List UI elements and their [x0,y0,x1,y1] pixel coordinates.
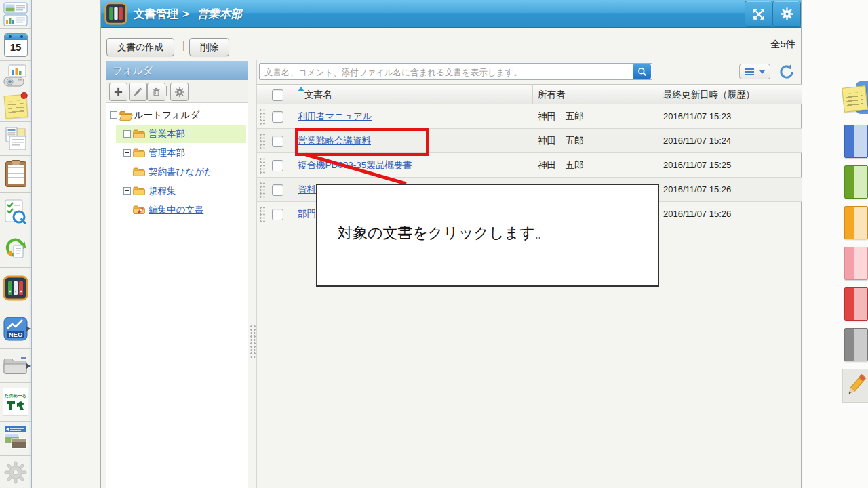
owner-cell: 神田 五郎 [538,159,584,171]
gear-icon [780,7,794,21]
orange-book-gadget-icon[interactable] [844,206,868,239]
refresh-button[interactable] [778,63,795,81]
document-link-annotated[interactable]: 営業戦略会議資料 [298,135,371,147]
expand-icon [751,7,766,22]
launcher-item-bulletin[interactable] [0,122,31,156]
tree-item-root[interactable]: ルートフォルダ [106,106,248,125]
settings-button[interactable] [772,1,801,27]
gray-book-gadget-icon[interactable] [844,328,868,361]
pencil-icon [133,87,143,97]
row-drag-handle[interactable] [257,104,267,128]
expand-expander-icon[interactable] [123,149,131,157]
folder-link[interactable]: 営業本部 [149,128,185,140]
screen: 15 [0,0,868,488]
folder-icon [133,167,145,177]
green-book-gadget-icon[interactable] [844,165,868,199]
tanomeru-label: たのめーる [5,393,26,399]
tree-item-contracts[interactable]: 契約書ひながた [106,163,248,182]
sticky-note-gadget-icon[interactable] [842,85,868,112]
updated-cell: 2016/11/07 15:24 [663,136,731,146]
folder-icon [133,129,145,139]
row-checkbox[interactable] [272,160,283,171]
folder-link[interactable]: 契約書ひながた [149,166,214,178]
updated-cell: 2016/11/07 15:23 [663,111,731,121]
create-document-button[interactable]: 文書の作成 [106,38,174,56]
tanomeru-figure [5,399,26,411]
row-drag-handle[interactable] [257,129,267,152]
row-checkbox[interactable] [272,111,283,123]
expand-expander-icon[interactable] [123,187,131,195]
delete-button[interactable]: 削除 [189,38,229,56]
launcher-item-search[interactable] [0,193,31,230]
owner-cell: 神田 五郎 [538,110,584,123]
blue-book-gadget-icon[interactable] [844,125,868,158]
add-folder-button[interactable] [109,83,127,101]
search-button[interactable] [633,64,651,79]
launcher-item-todo[interactable] [0,156,31,193]
trash-icon [151,87,161,97]
folder-link[interactable]: 規程集 [149,185,176,197]
tree-item-drafts[interactable]: 編集中の文書 [106,201,248,220]
row-drag-handle[interactable] [257,178,267,201]
row-checkbox[interactable] [272,184,283,196]
tree-item-label: ルートフォルダ [134,109,199,121]
launcher-item-photos[interactable] [0,422,31,456]
launcher-item-tanomeru[interactable]: たのめーる [0,383,31,422]
expand-window-button[interactable] [745,1,773,27]
document-management-app-icon [104,2,127,25]
select-all-checkbox[interactable] [272,89,283,101]
photos-icon [3,425,28,452]
documents-icon [3,126,28,152]
gear-icon [3,460,28,485]
collapse-expander-icon[interactable] [110,111,117,119]
row-drag-handle[interactable] [257,153,267,177]
clipboard-icon [5,161,26,187]
edit-folder-button[interactable] [129,83,147,101]
red-book-gadget-icon[interactable] [844,287,868,321]
plus-icon [113,87,123,97]
binders-icon [3,275,28,301]
tree-item-admin[interactable]: 管理本部 [106,144,248,163]
launcher-item-scheduler[interactable]: 15 [0,29,31,61]
folder-link[interactable]: 管理本部 [149,147,185,159]
tutorial-callout: 対象の文書をクリックします。 [316,184,659,287]
breadcrumb-separator: > [182,7,189,20]
launcher-item-neo[interactable]: NEO [0,308,31,349]
row-checkbox[interactable] [272,209,283,220]
launcher-item-workflow[interactable] [0,230,31,268]
open-folder-icon [119,110,133,121]
document-link[interactable]: 部門 [298,208,316,220]
flyout-arrow-icon [26,326,31,331]
launcher-item-memo[interactable] [0,92,31,122]
panel-resize-handle[interactable] [249,324,256,359]
folder-tree: ルートフォルダ 営業本部 [106,102,248,488]
app-launcher-strip: 15 [0,0,32,488]
folder-panel: フォルダ [106,61,248,488]
row-checkbox[interactable] [272,136,283,147]
tree-item-regulations[interactable]: 規程集 [106,182,248,201]
pink-book-gadget-icon[interactable] [844,247,868,280]
launcher-item-portal[interactable] [0,0,31,29]
document-link[interactable]: 資料 [298,184,316,196]
launcher-item-settings[interactable] [0,456,31,488]
gear-icon [174,87,185,98]
folder-settings-button[interactable] [170,83,189,101]
expand-expander-icon[interactable] [123,130,131,138]
tree-item-sales[interactable]: 営業本部 [106,125,248,144]
chevron-down-icon [760,70,765,74]
pencil-gadget-icon[interactable] [842,369,868,403]
folder-link[interactable]: 編集中の文書 [149,204,203,216]
row-drag-handle[interactable] [257,202,267,226]
view-options-button[interactable] [739,64,770,79]
sort-ascending-icon [298,87,304,92]
document-link[interactable]: 複合機PD093-35製品概要書 [298,159,412,171]
document-link[interactable]: 利用者マニュアル [298,110,372,123]
launcher-item-presentation[interactable] [0,61,31,92]
projector-icon [3,64,28,88]
launcher-item-document-management[interactable] [0,268,31,308]
delete-folder-button[interactable] [147,83,165,101]
search-input[interactable] [263,64,632,80]
launcher-item-folder[interactable] [0,349,31,383]
updated-cell: 2016/11/07 15:25 [663,160,731,170]
column-header-name[interactable]: 文書名 [304,85,332,105]
